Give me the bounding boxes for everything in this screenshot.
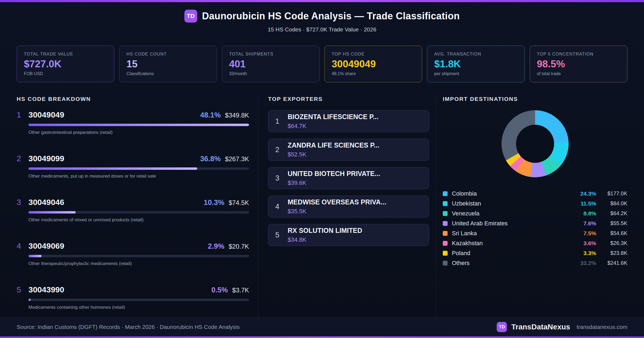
legend-percent: 33.2% xyxy=(573,260,596,266)
hs-code: 30049069 xyxy=(28,241,64,251)
stat-value: 401 xyxy=(229,59,312,69)
legend-country: Sri Lanka xyxy=(452,230,573,237)
donut-chart-wrap xyxy=(502,110,569,177)
exporter-card[interactable]: 2 ZANDRA LIFE SCIENCES P... $52.5K xyxy=(268,139,429,161)
legend-swatch xyxy=(443,241,448,246)
hs-code-row: 5 30043990 0.5% $3.7K Medicaments contai… xyxy=(17,285,249,310)
hs-description: Other therapeutic/prophylactic medicamen… xyxy=(28,261,249,266)
header: TD Daunorubicin HS Code Analysis — Trade… xyxy=(0,2,644,41)
stat-label: TOP 5 CONCENTRATION xyxy=(537,52,620,57)
stat-value: $727.0K xyxy=(24,59,107,69)
hs-code: 30049099 xyxy=(28,154,64,163)
legend-amount: $241.6K xyxy=(596,260,627,266)
exporter-card[interactable]: 5 RX SOLUTION LIMITED $34.8K xyxy=(268,224,429,246)
hs-description: Other medicaments of mixed or unmixed pr… xyxy=(28,217,249,223)
stat-card-total-trade-value: TOTAL TRADE VALUE $727.0K FOB USD xyxy=(17,46,114,82)
legend-row: Sri Lanka 7.5% $54.6K xyxy=(443,228,627,238)
dashboard-page: TD Daunorubicin HS Code Analysis — Trade… xyxy=(0,0,644,338)
brand-domain-link[interactable]: transdatanexus.com xyxy=(577,324,627,330)
stat-card-total-shipments: TOTAL SHIPMENTS 401 33/month xyxy=(222,46,320,82)
stat-value: 30049049 xyxy=(332,59,415,69)
stat-sub: Classifications xyxy=(126,71,210,76)
legend-country: Colombia xyxy=(452,190,573,197)
legend-row: Colombia 24.3% $177.0K xyxy=(443,189,627,199)
column-divider xyxy=(436,96,436,317)
legend-amount: $55.5K xyxy=(596,220,627,226)
hs-progress-fill xyxy=(28,255,42,257)
stat-label: AVG. TRANSACTION xyxy=(434,52,517,57)
import-destinations-title: IMPORT DESTINATIONS xyxy=(443,96,627,102)
bottom-accent-bar xyxy=(0,336,644,338)
legend-swatch xyxy=(443,211,448,216)
exporter-value: $39.6K xyxy=(288,179,380,186)
legend-country: Poland xyxy=(452,250,573,257)
exporter-name: ZANDRA LIFE SCIENCES P... xyxy=(288,141,379,149)
hs-code: 30049046 xyxy=(28,198,64,207)
exporter-value: $35.5K xyxy=(288,208,386,215)
exporter-rank: 1 xyxy=(275,117,288,126)
legend-country: Uzbekistan xyxy=(452,200,573,207)
stat-label: HS CODE COUNT xyxy=(126,52,210,57)
exporter-card[interactable]: 1 BIOZENTA LIFESCIENCE P... $64.7K xyxy=(268,110,429,132)
source-text: Source: Indian Customs (DGFT) Records · … xyxy=(17,324,240,330)
exporter-card[interactable]: 4 MEDWISE OVERSEAS PRIVA... $35.5K xyxy=(268,196,429,218)
page-subtitle: 15 HS Codes · $727.0K Trade Value · 2026 xyxy=(0,26,644,33)
hs-code-row: 1 30049049 48.1% $349.8K Other gastroint… xyxy=(17,110,249,135)
exporter-value: $64.7K xyxy=(288,123,378,130)
legend-amount: $26.3K xyxy=(596,240,627,246)
donut-hole xyxy=(516,125,554,163)
legend-percent: 7.5% xyxy=(573,230,596,237)
hs-description: Other gastrointestinal preparations (ret… xyxy=(28,130,249,135)
hs-share-percent: 48.1% xyxy=(200,111,221,119)
legend-swatch xyxy=(443,261,448,266)
hs-description: Medicaments containing other hormones (r… xyxy=(28,305,249,310)
legend-percent: 7.6% xyxy=(573,220,596,227)
hs-share-percent: 2.9% xyxy=(208,242,224,251)
hs-code-row: 3 30049046 10.3% $74.5K Other medicament… xyxy=(17,198,249,223)
main-content: HS CODE BREAKDOWN 1 30049049 48.1% $349.… xyxy=(0,96,644,317)
stat-card-top-hs-code: TOP HS CODE 30049049 48.1% share xyxy=(324,46,422,82)
stat-label: TOTAL SHIPMENTS xyxy=(229,52,312,57)
page-title: Daunorubicin HS Code Analysis — Trade Cl… xyxy=(202,10,460,22)
footer-brand: TD TransDataNexus transdatanexus.com xyxy=(497,322,627,332)
hs-breakdown-title: HS CODE BREAKDOWN xyxy=(17,96,249,102)
hs-progress-bar xyxy=(28,167,249,170)
app-logo: TD xyxy=(184,10,197,23)
legend-swatch xyxy=(443,221,448,226)
legend-percent: 8.8% xyxy=(573,210,596,217)
stat-value: 98.5% xyxy=(537,59,620,69)
legend-percent: 24.3% xyxy=(573,190,596,197)
stat-value: $1.8K xyxy=(434,59,517,69)
exporter-name: UNITED BIOTECH PRIVATE... xyxy=(288,170,380,178)
footer: Source: Indian Customs (DGFT) Records · … xyxy=(0,317,644,336)
hs-code: 30049049 xyxy=(28,110,64,119)
legend-amount: $84.0K xyxy=(596,200,627,207)
hs-share-percent: 36.8% xyxy=(200,155,221,163)
hs-code-row: 4 30049069 2.9% $20.7K Other therapeutic… xyxy=(17,241,249,266)
hs-progress-bar xyxy=(28,211,249,214)
hs-rank: 2 xyxy=(17,154,21,163)
stat-value: 15 xyxy=(126,59,210,69)
legend-percent: 11.5% xyxy=(573,200,596,207)
hs-rank: 4 xyxy=(17,241,21,251)
hs-share-percent: 0.5% xyxy=(211,286,228,294)
legend-amount: $64.2K xyxy=(596,210,627,216)
stat-card-avg-transaction: AVG. TRANSACTION $1.8K per shipment xyxy=(427,46,525,82)
hs-rank: 5 xyxy=(17,285,21,294)
legend-country: United Arab Emirates xyxy=(452,220,573,227)
top-exporters-panel: TOP EXPORTERS 1 BIOZENTA LIFESCIENCE P..… xyxy=(268,96,429,317)
legend-amount: $177.0K xyxy=(596,190,627,197)
hs-rank: 3 xyxy=(17,198,21,207)
stat-label: TOTAL TRADE VALUE xyxy=(24,52,107,57)
legend-swatch xyxy=(443,251,448,256)
exporter-name: MEDWISE OVERSEAS PRIVA... xyxy=(288,198,386,206)
exporter-rank: 2 xyxy=(275,146,288,154)
exporter-card[interactable]: 3 UNITED BIOTECH PRIVATE... $39.6K xyxy=(268,167,429,189)
column-divider xyxy=(258,96,258,317)
hs-progress-fill xyxy=(28,167,197,170)
legend-row: Uzbekistan 11.5% $84.0K xyxy=(443,199,627,208)
exporter-value: $52.5K xyxy=(288,151,379,158)
brand-logo: TD xyxy=(497,322,507,332)
exporter-rank: 4 xyxy=(275,203,288,211)
legend-swatch xyxy=(443,191,448,196)
